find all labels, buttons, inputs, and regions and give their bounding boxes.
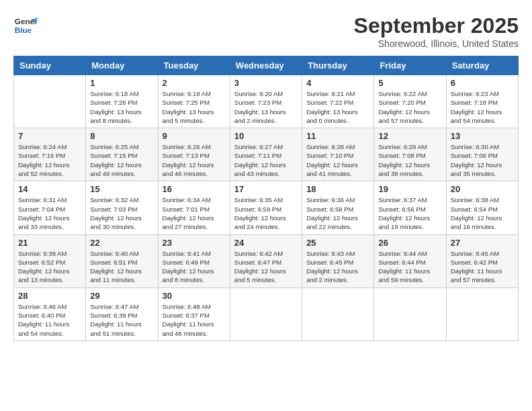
day-number: 26 bbox=[378, 238, 441, 248]
calendar-cell: 12Sunrise: 6:29 AMSunset: 7:08 PMDayligh… bbox=[374, 128, 446, 181]
calendar-cell: 28Sunrise: 6:46 AMSunset: 6:40 PMDayligh… bbox=[14, 287, 86, 340]
day-info: Sunrise: 6:34 AMSunset: 7:01 PMDaylight:… bbox=[163, 195, 226, 231]
day-info: Sunrise: 6:21 AMSunset: 7:22 PMDaylight:… bbox=[306, 89, 369, 125]
calendar-cell: 2Sunrise: 6:19 AMSunset: 7:25 PMDaylight… bbox=[158, 75, 230, 128]
calendar-cell: 29Sunrise: 6:47 AMSunset: 6:39 PMDayligh… bbox=[86, 287, 158, 340]
calendar-cell: 3Sunrise: 6:20 AMSunset: 7:23 PMDaylight… bbox=[230, 75, 302, 128]
day-number: 15 bbox=[90, 184, 153, 194]
day-number: 20 bbox=[451, 184, 514, 194]
day-info: Sunrise: 6:42 AMSunset: 6:47 PMDaylight:… bbox=[234, 249, 298, 285]
day-number: 3 bbox=[234, 78, 298, 88]
day-number: 24 bbox=[234, 238, 298, 248]
calendar-cell: 24Sunrise: 6:42 AMSunset: 6:47 PMDayligh… bbox=[230, 234, 302, 287]
calendar-cell bbox=[374, 287, 446, 340]
day-info: Sunrise: 6:24 AMSunset: 7:16 PMDaylight:… bbox=[18, 142, 81, 178]
day-number: 29 bbox=[90, 291, 153, 301]
day-number: 1 bbox=[90, 78, 153, 88]
calendar-cell bbox=[14, 75, 86, 128]
weekday-header: Sunday bbox=[14, 56, 86, 75]
day-number: 6 bbox=[451, 78, 514, 88]
day-number: 2 bbox=[163, 78, 226, 88]
calendar-cell: 17Sunrise: 6:35 AMSunset: 6:59 PMDayligh… bbox=[230, 181, 302, 234]
day-info: Sunrise: 6:30 AMSunset: 7:06 PMDaylight:… bbox=[451, 142, 514, 178]
calendar-week-row: 7Sunrise: 6:24 AMSunset: 7:16 PMDaylight… bbox=[14, 128, 519, 181]
calendar-cell: 6Sunrise: 6:23 AMSunset: 7:18 PMDaylight… bbox=[446, 75, 518, 128]
day-info: Sunrise: 6:37 AMSunset: 6:56 PMDaylight:… bbox=[378, 195, 441, 231]
calendar-cell: 9Sunrise: 6:26 AMSunset: 7:13 PMDaylight… bbox=[158, 128, 230, 181]
day-info: Sunrise: 6:36 AMSunset: 6:58 PMDaylight:… bbox=[306, 195, 369, 231]
day-info: Sunrise: 6:39 AMSunset: 6:52 PMDaylight:… bbox=[18, 249, 81, 285]
day-number: 13 bbox=[451, 131, 514, 141]
calendar-cell: 5Sunrise: 6:22 AMSunset: 7:20 PMDaylight… bbox=[374, 75, 446, 128]
weekday-header: Tuesday bbox=[158, 56, 230, 75]
day-number: 19 bbox=[378, 184, 441, 194]
weekday-header: Monday bbox=[86, 56, 158, 75]
month-title: September 2025 bbox=[354, 13, 519, 38]
calendar-week-row: 14Sunrise: 6:31 AMSunset: 7:04 PMDayligh… bbox=[14, 181, 519, 234]
day-info: Sunrise: 6:40 AMSunset: 6:51 PMDaylight:… bbox=[90, 249, 153, 285]
day-number: 8 bbox=[90, 131, 153, 141]
day-number: 21 bbox=[18, 238, 81, 248]
day-number: 17 bbox=[234, 184, 298, 194]
day-info: Sunrise: 6:46 AMSunset: 6:40 PMDaylight:… bbox=[18, 302, 81, 338]
day-number: 16 bbox=[163, 184, 226, 194]
day-info: Sunrise: 6:31 AMSunset: 7:04 PMDaylight:… bbox=[18, 195, 81, 231]
calendar-cell: 15Sunrise: 6:32 AMSunset: 7:03 PMDayligh… bbox=[86, 181, 158, 234]
calendar-header-row: SundayMondayTuesdayWednesdayThursdayFrid… bbox=[14, 56, 519, 75]
day-info: Sunrise: 6:48 AMSunset: 6:37 PMDaylight:… bbox=[163, 302, 226, 338]
day-number: 12 bbox=[378, 131, 441, 141]
calendar-cell: 16Sunrise: 6:34 AMSunset: 7:01 PMDayligh… bbox=[158, 181, 230, 234]
calendar-cell: 26Sunrise: 6:44 AMSunset: 6:44 PMDayligh… bbox=[374, 234, 446, 287]
calendar-cell bbox=[230, 287, 302, 340]
calendar-cell: 20Sunrise: 6:38 AMSunset: 6:54 PMDayligh… bbox=[446, 181, 518, 234]
calendar-cell: 19Sunrise: 6:37 AMSunset: 6:56 PMDayligh… bbox=[374, 181, 446, 234]
calendar-cell: 7Sunrise: 6:24 AMSunset: 7:16 PMDaylight… bbox=[14, 128, 86, 181]
day-info: Sunrise: 6:20 AMSunset: 7:23 PMDaylight:… bbox=[234, 89, 298, 125]
day-number: 27 bbox=[451, 238, 514, 248]
calendar-cell: 27Sunrise: 6:45 AMSunset: 6:42 PMDayligh… bbox=[446, 234, 518, 287]
svg-text:Blue: Blue bbox=[15, 26, 32, 34]
calendar-week-row: 21Sunrise: 6:39 AMSunset: 6:52 PMDayligh… bbox=[14, 234, 519, 287]
day-info: Sunrise: 6:44 AMSunset: 6:44 PMDaylight:… bbox=[378, 249, 441, 285]
day-info: Sunrise: 6:25 AMSunset: 7:15 PMDaylight:… bbox=[90, 142, 153, 178]
logo-icon: General Blue bbox=[13, 13, 38, 38]
day-info: Sunrise: 6:47 AMSunset: 6:39 PMDaylight:… bbox=[90, 302, 153, 338]
day-number: 14 bbox=[18, 184, 81, 194]
calendar-cell: 8Sunrise: 6:25 AMSunset: 7:15 PMDaylight… bbox=[86, 128, 158, 181]
calendar-cell: 23Sunrise: 6:41 AMSunset: 6:49 PMDayligh… bbox=[158, 234, 230, 287]
day-number: 25 bbox=[306, 238, 369, 248]
header: General Blue September 2025 Shorewood, I… bbox=[13, 13, 519, 49]
title-area: September 2025 Shorewood, Illinois, Unit… bbox=[354, 13, 519, 49]
day-number: 7 bbox=[18, 131, 81, 141]
calendar-cell: 18Sunrise: 6:36 AMSunset: 6:58 PMDayligh… bbox=[302, 181, 374, 234]
calendar-cell: 21Sunrise: 6:39 AMSunset: 6:52 PMDayligh… bbox=[14, 234, 86, 287]
weekday-header: Friday bbox=[374, 56, 446, 75]
logo: General Blue bbox=[13, 13, 38, 38]
calendar-cell: 13Sunrise: 6:30 AMSunset: 7:06 PMDayligh… bbox=[446, 128, 518, 181]
calendar-week-row: 1Sunrise: 6:18 AMSunset: 7:26 PMDaylight… bbox=[14, 75, 519, 128]
calendar-week-row: 28Sunrise: 6:46 AMSunset: 6:40 PMDayligh… bbox=[14, 287, 519, 340]
day-number: 30 bbox=[163, 291, 226, 301]
day-number: 5 bbox=[378, 78, 441, 88]
calendar-cell: 1Sunrise: 6:18 AMSunset: 7:26 PMDaylight… bbox=[86, 75, 158, 128]
location-subtitle: Shorewood, Illinois, United States bbox=[354, 38, 519, 49]
calendar-cell bbox=[446, 287, 518, 340]
weekday-header: Thursday bbox=[302, 56, 374, 75]
day-info: Sunrise: 6:27 AMSunset: 7:11 PMDaylight:… bbox=[234, 142, 298, 178]
day-number: 23 bbox=[163, 238, 226, 248]
day-info: Sunrise: 6:29 AMSunset: 7:08 PMDaylight:… bbox=[378, 142, 441, 178]
day-info: Sunrise: 6:19 AMSunset: 7:25 PMDaylight:… bbox=[163, 89, 226, 125]
calendar-cell: 22Sunrise: 6:40 AMSunset: 6:51 PMDayligh… bbox=[86, 234, 158, 287]
day-info: Sunrise: 6:45 AMSunset: 6:42 PMDaylight:… bbox=[451, 249, 514, 285]
day-number: 22 bbox=[90, 238, 153, 248]
weekday-header: Saturday bbox=[446, 56, 518, 75]
weekday-header: Wednesday bbox=[230, 56, 302, 75]
day-info: Sunrise: 6:28 AMSunset: 7:10 PMDaylight:… bbox=[306, 142, 369, 178]
day-info: Sunrise: 6:35 AMSunset: 6:59 PMDaylight:… bbox=[234, 195, 298, 231]
day-number: 28 bbox=[18, 291, 81, 301]
calendar-cell: 11Sunrise: 6:28 AMSunset: 7:10 PMDayligh… bbox=[302, 128, 374, 181]
calendar-cell: 25Sunrise: 6:43 AMSunset: 6:45 PMDayligh… bbox=[302, 234, 374, 287]
calendar-cell bbox=[302, 287, 374, 340]
day-number: 10 bbox=[234, 131, 298, 141]
day-info: Sunrise: 6:32 AMSunset: 7:03 PMDaylight:… bbox=[90, 195, 153, 231]
